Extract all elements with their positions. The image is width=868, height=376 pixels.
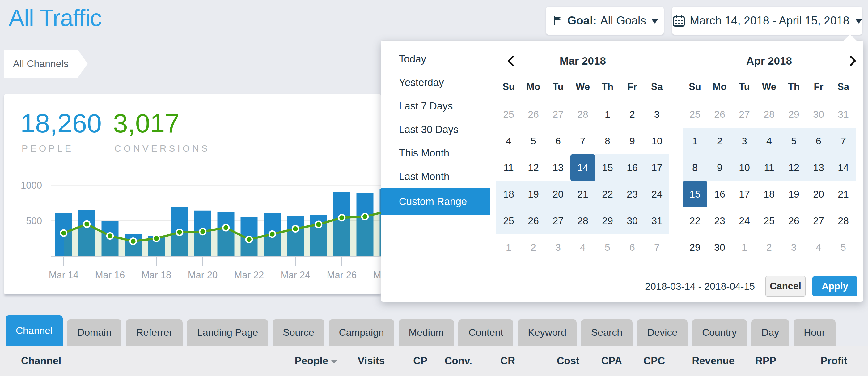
column-header-cpa[interactable]: CPA: [601, 346, 622, 376]
quick-range-yesterday[interactable]: Yesterday: [381, 71, 490, 94]
day-cell-28[interactable]: 28: [757, 101, 781, 128]
day-cell-1[interactable]: 1: [595, 101, 620, 128]
day-cell-15-selected[interactable]: 15: [683, 181, 707, 207]
day-cell-1[interactable]: 1: [732, 234, 757, 261]
day-cell-18[interactable]: 18: [496, 181, 521, 207]
column-header-profit[interactable]: Profit: [821, 346, 847, 376]
day-cell-17[interactable]: 17: [732, 181, 757, 207]
tab-device[interactable]: Device: [637, 319, 687, 346]
breadcrumb-channel-filter[interactable]: All Channels: [4, 50, 88, 78]
quick-range-last-30-days[interactable]: Last 30 Days: [381, 118, 490, 141]
day-cell-6[interactable]: 6: [620, 234, 645, 261]
day-cell-12[interactable]: 12: [781, 154, 806, 181]
column-header-revenue[interactable]: Revenue: [692, 346, 735, 376]
tab-campaign[interactable]: Campaign: [329, 319, 394, 346]
day-cell-9[interactable]: 9: [707, 154, 732, 181]
day-cell-22[interactable]: 22: [595, 181, 620, 207]
day-cell-5[interactable]: 5: [521, 128, 546, 154]
tab-domain[interactable]: Domain: [67, 319, 121, 346]
conversions-point-mar-26[interactable]: [339, 214, 345, 221]
day-cell-19[interactable]: 19: [521, 181, 546, 207]
day-cell-28[interactable]: 28: [570, 207, 595, 234]
day-cell-20[interactable]: 20: [806, 181, 831, 207]
day-cell-16[interactable]: 16: [620, 154, 645, 181]
column-header-people[interactable]: People: [295, 346, 337, 376]
conversions-point-mar-16[interactable]: [107, 233, 113, 239]
conversions-point-mar-14[interactable]: [61, 230, 67, 236]
day-cell-17[interactable]: 17: [645, 154, 669, 181]
column-header-rpp[interactable]: RPP: [755, 346, 776, 376]
day-cell-2[interactable]: 2: [757, 234, 781, 261]
day-cell-27[interactable]: 27: [546, 101, 570, 128]
day-cell-29[interactable]: 29: [781, 101, 806, 128]
day-cell-5[interactable]: 5: [595, 234, 620, 261]
tab-channel[interactable]: Channel: [6, 315, 63, 346]
conversions-point-mar-24[interactable]: [292, 226, 299, 232]
day-cell-1[interactable]: 1: [496, 234, 521, 261]
day-cell-6[interactable]: 6: [546, 128, 570, 154]
day-cell-24[interactable]: 24: [645, 181, 669, 207]
day-cell-6[interactable]: 6: [806, 128, 831, 154]
day-cell-26[interactable]: 26: [521, 101, 546, 128]
cancel-button[interactable]: Cancel: [766, 276, 806, 296]
day-cell-31[interactable]: 31: [645, 207, 669, 234]
day-cell-21[interactable]: 21: [570, 181, 595, 207]
day-cell-9[interactable]: 9: [620, 128, 645, 154]
tab-landing-page[interactable]: Landing Page: [187, 319, 269, 346]
quick-range-today[interactable]: Today: [381, 47, 490, 71]
conversions-point-mar-25[interactable]: [315, 222, 322, 228]
conversions-point-mar-27[interactable]: [362, 213, 368, 220]
day-cell-5[interactable]: 5: [781, 128, 806, 154]
quick-range-last-month[interactable]: Last Month: [381, 165, 490, 188]
day-cell-22[interactable]: 22: [683, 207, 707, 234]
tab-content[interactable]: Content: [458, 319, 513, 346]
day-cell-25[interactable]: 25: [757, 207, 781, 234]
tab-referrer[interactable]: Referrer: [126, 319, 182, 346]
day-cell-15[interactable]: 15: [595, 154, 620, 181]
date-range-button[interactable]: March 14, 2018 - April 15, 2018: [672, 7, 862, 35]
day-cell-23[interactable]: 23: [620, 181, 645, 207]
column-header-channel[interactable]: Channel: [21, 346, 61, 376]
day-cell-4[interactable]: 4: [570, 234, 595, 261]
column-header-visits[interactable]: Visits: [358, 346, 385, 376]
tab-search[interactable]: Search: [581, 319, 632, 346]
day-cell-10[interactable]: 10: [732, 154, 757, 181]
day-cell-31[interactable]: 31: [831, 101, 856, 128]
traffic-bar-line-chart[interactable]: 5001000Mar 14Mar 16Mar 18Mar 20Mar 22Mar…: [4, 173, 381, 294]
tab-country[interactable]: Country: [692, 319, 747, 346]
conversions-point-mar-22[interactable]: [246, 236, 252, 242]
conversions-point-mar-19[interactable]: [177, 229, 183, 235]
day-cell-18[interactable]: 18: [757, 181, 781, 207]
day-cell-20[interactable]: 20: [546, 181, 570, 207]
day-cell-21[interactable]: 21: [831, 181, 856, 207]
day-cell-27[interactable]: 27: [546, 207, 570, 234]
day-cell-7[interactable]: 7: [570, 128, 595, 154]
day-cell-5[interactable]: 5: [831, 234, 856, 261]
day-cell-13[interactable]: 13: [546, 154, 570, 181]
day-cell-19[interactable]: 19: [781, 181, 806, 207]
conversions-point-mar-20[interactable]: [199, 229, 206, 235]
conversions-point-mar-18[interactable]: [153, 235, 159, 241]
day-cell-30[interactable]: 30: [620, 207, 645, 234]
conversions-point-mar-15[interactable]: [84, 221, 90, 227]
day-cell-3[interactable]: 3: [781, 234, 806, 261]
day-cell-13[interactable]: 13: [806, 154, 831, 181]
apply-button[interactable]: Apply: [812, 277, 858, 296]
day-cell-29[interactable]: 29: [595, 207, 620, 234]
day-cell-4[interactable]: 4: [496, 128, 521, 154]
day-cell-8[interactable]: 8: [683, 154, 707, 181]
day-cell-11[interactable]: 11: [757, 154, 781, 181]
day-cell-27[interactable]: 27: [806, 207, 831, 234]
day-cell-30[interactable]: 30: [707, 234, 732, 261]
day-cell-16[interactable]: 16: [707, 181, 732, 207]
conversions-point-mar-23[interactable]: [269, 231, 275, 237]
tab-source[interactable]: Source: [273, 319, 324, 346]
day-cell-2[interactable]: 2: [521, 234, 546, 261]
tab-day[interactable]: Day: [751, 319, 789, 346]
day-cell-14-selected[interactable]: 14: [570, 154, 595, 181]
tab-hour[interactable]: Hour: [794, 319, 835, 346]
quick-range-this-month[interactable]: This Month: [381, 141, 490, 165]
column-header-conv[interactable]: Conv.: [445, 346, 472, 376]
day-cell-27[interactable]: 27: [732, 101, 757, 128]
day-cell-8[interactable]: 8: [595, 128, 620, 154]
